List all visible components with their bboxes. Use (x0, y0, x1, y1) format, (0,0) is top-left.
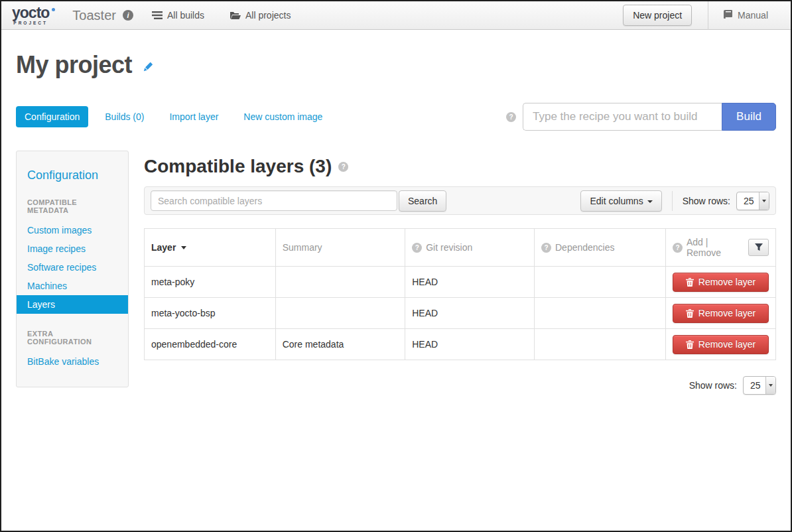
table-row: meta-yocto-bsp HEAD Remove layer (145, 298, 776, 329)
cell-git-revision: HEAD (405, 329, 535, 360)
cell-action: Remove layer (665, 329, 775, 360)
question-circle-icon[interactable]: ? (541, 243, 551, 253)
tab-new-custom-image[interactable]: New custom image (235, 106, 331, 127)
table-row: openembedded-core Core metadata HEAD Rem… (145, 329, 776, 360)
book-icon (723, 10, 733, 21)
sidebar-item-custom-images[interactable]: Custom images (17, 221, 128, 239)
nav-all-projects-label: All projects (245, 10, 291, 21)
config-sidebar: Configuration COMPATIBLE METADATA Custom… (16, 151, 129, 387)
sidebar-heading-compatible-metadata: COMPATIBLE METADATA (17, 198, 128, 214)
column-header-dependencies: ?Dependencies (535, 229, 666, 267)
pencil-icon[interactable] (141, 61, 154, 76)
page-body: My project Configuration Builds (0) Impo… (1, 51, 791, 395)
tab-configuration[interactable]: Configuration (16, 106, 88, 127)
compatible-layers-table: Layer Summary ?Git revision ?Dependencie… (144, 228, 776, 360)
column-header-summary: Summary (275, 229, 405, 267)
manual-link[interactable]: Manual (708, 1, 791, 30)
chevron-down-icon (647, 200, 653, 203)
build-form: ? Build (506, 103, 776, 131)
funnel-icon[interactable] (748, 239, 769, 256)
cell-layer-name: meta-yocto-bsp (145, 298, 276, 329)
project-tabs-row: Configuration Builds (0) Import layer Ne… (16, 103, 776, 131)
manual-label: Manual (738, 10, 768, 21)
question-circle-icon[interactable]: ? (412, 243, 422, 253)
cell-git-revision: HEAD (405, 267, 535, 298)
show-rows-label: Show rows: (689, 380, 737, 391)
page-title: My project (16, 51, 132, 79)
question-circle-icon[interactable]: ? (338, 162, 348, 172)
logo-sub-text: PROJECT (13, 21, 48, 26)
cell-summary (275, 298, 405, 329)
search-input[interactable] (151, 190, 397, 211)
edit-columns-button[interactable]: Edit columns (580, 190, 661, 212)
folder-open-icon (230, 11, 241, 20)
chevron-down-icon (765, 377, 775, 394)
nav-all-builds-label: All builds (167, 10, 204, 21)
build-button[interactable]: Build (722, 103, 776, 131)
nav-all-builds[interactable]: All builds (152, 10, 204, 21)
app-name: Toaster (72, 8, 116, 23)
table-row: meta-poky HEAD Remove layer (145, 267, 776, 298)
page-title-row: My project (16, 51, 776, 79)
search-button[interactable]: Search (399, 190, 446, 212)
cell-dependencies (535, 267, 666, 298)
cell-git-revision: HEAD (405, 298, 535, 329)
column-header-git-revision: ?Git revision (405, 229, 535, 267)
cell-action: Remove layer (665, 267, 775, 298)
sort-caret-icon (181, 246, 186, 249)
cell-dependencies (535, 329, 666, 360)
yocto-logo[interactable]: yocto PROJECT (12, 5, 55, 26)
column-header-add-remove: ?Add | Remove (665, 229, 775, 267)
sidebar-item-image-recipes[interactable]: Image recipes (17, 239, 128, 258)
sidebar-item-machines[interactable]: Machines (17, 277, 128, 295)
sidebar-item-software-recipes[interactable]: Software recipes (17, 258, 128, 277)
tab-builds[interactable]: Builds (0) (96, 106, 153, 127)
trash-icon (686, 309, 694, 318)
cell-dependencies (535, 298, 666, 329)
cell-summary: Core metadata (275, 329, 405, 360)
remove-layer-button[interactable]: Remove layer (673, 304, 769, 323)
table-header-row: Layer Summary ?Git revision ?Dependencie… (145, 229, 776, 267)
tab-import-layer[interactable]: Import layer (161, 106, 227, 127)
bottom-pagination: Show rows: 25 (144, 376, 776, 395)
question-circle-icon[interactable]: ? (673, 243, 683, 253)
show-rows-label: Show rows: (683, 196, 730, 206)
cell-layer-name: meta-poky (145, 267, 276, 298)
list-icon (152, 11, 163, 19)
cell-layer-name: openembedded-core (145, 329, 276, 360)
info-icon[interactable]: i (123, 10, 133, 21)
content-heading-row: Compatible layers (3) ? (144, 156, 776, 177)
nav-all-projects[interactable]: All projects (230, 10, 291, 21)
main-columns: Configuration COMPATIBLE METADATA Custom… (16, 151, 776, 395)
top-navbar: yocto PROJECT Toaster i All builds All p… (1, 1, 791, 30)
logo-brand-text: yocto (12, 5, 49, 21)
cell-action: Remove layer (665, 298, 775, 329)
remove-layer-button[interactable]: Remove layer (673, 273, 769, 292)
sidebar-heading-extra-configuration: EXTRA CONFIGURATION (17, 330, 128, 346)
content-area: Compatible layers (3) ? Search Edit colu… (144, 151, 776, 395)
show-rows-value: 25 (744, 377, 765, 394)
question-circle-icon[interactable]: ? (506, 112, 516, 122)
trash-icon (686, 278, 694, 287)
show-rows-value: 25 (737, 192, 759, 210)
toolbar-divider (672, 191, 673, 211)
logo-dot (52, 8, 55, 11)
recipe-input[interactable] (523, 103, 722, 131)
trash-icon (686, 340, 694, 349)
compatible-layers-heading: Compatible layers (3) (144, 156, 332, 177)
column-header-layer[interactable]: Layer (145, 229, 276, 267)
remove-layer-button[interactable]: Remove layer (673, 335, 769, 354)
table-toolbar: Search Edit columns Show rows: 25 (144, 186, 776, 215)
sidebar-item-layers[interactable]: Layers (17, 295, 128, 314)
chevron-down-icon (759, 192, 769, 210)
sidebar-title-configuration[interactable]: Configuration (17, 168, 128, 182)
show-rows-select[interactable]: 25 (736, 192, 769, 210)
new-project-button[interactable]: New project (623, 5, 692, 26)
show-rows-select[interactable]: 25 (743, 376, 776, 395)
sidebar-item-bitbake-variables[interactable]: BitBake variables (17, 352, 128, 371)
cell-summary (275, 267, 405, 298)
